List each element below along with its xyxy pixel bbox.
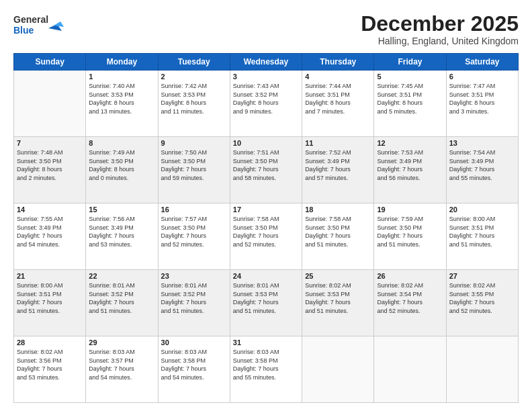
table-row: 29Sunrise: 8:03 AM Sunset: 3:57 PM Dayli… xyxy=(86,336,158,403)
table-row: 13Sunrise: 7:54 AM Sunset: 3:49 PM Dayli… xyxy=(446,137,518,203)
day-info: Sunrise: 7:48 AM Sunset: 3:50 PM Dayligh… xyxy=(17,148,83,182)
calendar-header-row: Sunday Monday Tuesday Wednesday Thursday… xyxy=(14,54,519,71)
day-number: 16 xyxy=(161,205,227,214)
table-row xyxy=(446,336,518,403)
table-row: 24Sunrise: 8:01 AM Sunset: 3:53 PM Dayli… xyxy=(230,270,302,336)
day-number: 1 xyxy=(89,73,154,81)
day-info: Sunrise: 7:47 AM Sunset: 3:51 PM Dayligh… xyxy=(449,82,515,116)
table-row: 15Sunrise: 7:56 AM Sunset: 3:49 PM Dayli… xyxy=(86,203,158,270)
table-row: 11Sunrise: 7:52 AM Sunset: 3:49 PM Dayli… xyxy=(302,137,374,203)
day-number: 8 xyxy=(89,139,154,147)
day-info: Sunrise: 7:50 AM Sunset: 3:50 PM Dayligh… xyxy=(161,148,227,182)
header: General Blue December 2025 Halling, Engl… xyxy=(13,12,519,46)
table-row: 23Sunrise: 8:01 AM Sunset: 3:52 PM Dayli… xyxy=(158,270,230,336)
day-info: Sunrise: 7:52 AM Sunset: 3:49 PM Dayligh… xyxy=(305,148,371,182)
day-info: Sunrise: 7:42 AM Sunset: 3:53 PM Dayligh… xyxy=(161,82,227,116)
table-row: 17Sunrise: 7:58 AM Sunset: 3:50 PM Dayli… xyxy=(230,203,302,270)
calendar-week-row: 28Sunrise: 8:02 AM Sunset: 3:56 PM Dayli… xyxy=(14,336,519,403)
table-row: 3Sunrise: 7:43 AM Sunset: 3:52 PM Daylig… xyxy=(230,71,302,137)
day-info: Sunrise: 7:54 AM Sunset: 3:49 PM Dayligh… xyxy=(449,148,515,182)
location: Halling, England, United Kingdom xyxy=(361,36,519,46)
day-number: 25 xyxy=(305,272,371,280)
table-row: 6Sunrise: 7:47 AM Sunset: 3:51 PM Daylig… xyxy=(446,71,518,137)
day-number: 3 xyxy=(233,73,299,81)
day-info: Sunrise: 7:55 AM Sunset: 3:49 PM Dayligh… xyxy=(17,215,83,248)
day-number: 4 xyxy=(305,73,371,81)
day-info: Sunrise: 7:59 AM Sunset: 3:50 PM Dayligh… xyxy=(377,215,443,248)
day-info: Sunrise: 7:45 AM Sunset: 3:51 PM Dayligh… xyxy=(377,82,443,116)
day-info: Sunrise: 8:02 AM Sunset: 3:56 PM Dayligh… xyxy=(17,348,83,381)
day-info: Sunrise: 7:51 AM Sunset: 3:50 PM Dayligh… xyxy=(233,148,299,182)
day-info: Sunrise: 8:01 AM Sunset: 3:53 PM Dayligh… xyxy=(233,281,299,315)
table-row: 28Sunrise: 8:02 AM Sunset: 3:56 PM Dayli… xyxy=(14,336,86,403)
day-info: Sunrise: 7:49 AM Sunset: 3:50 PM Dayligh… xyxy=(89,148,154,182)
day-number: 12 xyxy=(377,139,443,147)
day-number: 19 xyxy=(377,205,443,214)
day-info: Sunrise: 7:44 AM Sunset: 3:51 PM Dayligh… xyxy=(305,82,371,116)
day-info: Sunrise: 7:53 AM Sunset: 3:49 PM Dayligh… xyxy=(377,148,443,182)
calendar-week-row: 21Sunrise: 8:00 AM Sunset: 3:51 PM Dayli… xyxy=(14,270,519,336)
col-tuesday: Tuesday xyxy=(158,54,230,71)
day-number: 9 xyxy=(161,139,227,147)
col-wednesday: Wednesday xyxy=(230,54,302,71)
table-row: 2Sunrise: 7:42 AM Sunset: 3:53 PM Daylig… xyxy=(158,71,230,137)
table-row: 8Sunrise: 7:49 AM Sunset: 3:50 PM Daylig… xyxy=(86,137,158,203)
calendar-week-row: 7Sunrise: 7:48 AM Sunset: 3:50 PM Daylig… xyxy=(14,137,519,203)
day-info: Sunrise: 8:01 AM Sunset: 3:52 PM Dayligh… xyxy=(89,281,154,315)
day-number: 27 xyxy=(449,272,515,280)
logo: General Blue xyxy=(13,12,67,38)
calendar-table: Sunday Monday Tuesday Wednesday Thursday… xyxy=(13,53,519,403)
table-row: 25Sunrise: 8:02 AM Sunset: 3:53 PM Dayli… xyxy=(302,270,374,336)
calendar-week-row: 1Sunrise: 7:40 AM Sunset: 3:53 PM Daylig… xyxy=(14,71,519,137)
col-monday: Monday xyxy=(86,54,158,71)
day-info: Sunrise: 7:56 AM Sunset: 3:49 PM Dayligh… xyxy=(89,215,154,248)
day-number: 28 xyxy=(17,338,83,347)
day-info: Sunrise: 8:01 AM Sunset: 3:52 PM Dayligh… xyxy=(161,281,227,315)
table-row: 16Sunrise: 7:57 AM Sunset: 3:50 PM Dayli… xyxy=(158,203,230,270)
day-number: 2 xyxy=(161,73,227,81)
day-number: 30 xyxy=(161,338,227,347)
table-row: 21Sunrise: 8:00 AM Sunset: 3:51 PM Dayli… xyxy=(14,270,86,336)
day-number: 23 xyxy=(161,272,227,280)
table-row: 14Sunrise: 7:55 AM Sunset: 3:49 PM Dayli… xyxy=(14,203,86,270)
col-sunday: Sunday xyxy=(14,54,86,71)
day-number: 11 xyxy=(305,139,371,147)
svg-text:General: General xyxy=(13,14,48,25)
table-row: 31Sunrise: 8:03 AM Sunset: 3:58 PM Dayli… xyxy=(230,336,302,403)
day-info: Sunrise: 8:00 AM Sunset: 3:51 PM Dayligh… xyxy=(17,281,83,315)
table-row: 7Sunrise: 7:48 AM Sunset: 3:50 PM Daylig… xyxy=(14,137,86,203)
day-number: 7 xyxy=(17,139,83,147)
day-info: Sunrise: 8:02 AM Sunset: 3:54 PM Dayligh… xyxy=(377,281,443,315)
table-row: 1Sunrise: 7:40 AM Sunset: 3:53 PM Daylig… xyxy=(86,71,158,137)
page: General Blue December 2025 Halling, Engl… xyxy=(0,0,532,411)
day-info: Sunrise: 8:03 AM Sunset: 3:58 PM Dayligh… xyxy=(161,348,227,381)
day-info: Sunrise: 8:03 AM Sunset: 3:58 PM Dayligh… xyxy=(233,348,299,381)
day-number: 24 xyxy=(233,272,299,280)
day-info: Sunrise: 8:02 AM Sunset: 3:55 PM Dayligh… xyxy=(449,281,515,315)
table-row: 26Sunrise: 8:02 AM Sunset: 3:54 PM Dayli… xyxy=(374,270,446,336)
table-row: 4Sunrise: 7:44 AM Sunset: 3:51 PM Daylig… xyxy=(302,71,374,137)
col-thursday: Thursday xyxy=(302,54,374,71)
table-row: 27Sunrise: 8:02 AM Sunset: 3:55 PM Dayli… xyxy=(446,270,518,336)
day-info: Sunrise: 8:02 AM Sunset: 3:53 PM Dayligh… xyxy=(305,281,371,315)
day-number: 17 xyxy=(233,205,299,214)
table-row: 10Sunrise: 7:51 AM Sunset: 3:50 PM Dayli… xyxy=(230,137,302,203)
day-number: 14 xyxy=(17,205,83,214)
day-info: Sunrise: 7:58 AM Sunset: 3:50 PM Dayligh… xyxy=(233,215,299,248)
day-info: Sunrise: 8:03 AM Sunset: 3:57 PM Dayligh… xyxy=(89,348,154,381)
calendar-body: 1Sunrise: 7:40 AM Sunset: 3:53 PM Daylig… xyxy=(14,71,519,403)
table-row: 19Sunrise: 7:59 AM Sunset: 3:50 PM Dayli… xyxy=(374,203,446,270)
day-number: 21 xyxy=(17,272,83,280)
table-row xyxy=(14,71,86,137)
table-row: 22Sunrise: 8:01 AM Sunset: 3:52 PM Dayli… xyxy=(86,270,158,336)
day-number: 29 xyxy=(89,338,154,347)
table-row xyxy=(302,336,374,403)
day-number: 13 xyxy=(449,139,515,147)
title-area: December 2025 Halling, England, United K… xyxy=(361,12,519,46)
day-info: Sunrise: 7:40 AM Sunset: 3:53 PM Dayligh… xyxy=(89,82,154,116)
day-number: 5 xyxy=(377,73,443,81)
day-number: 20 xyxy=(449,205,515,214)
day-number: 18 xyxy=(305,205,371,214)
day-number: 6 xyxy=(449,73,515,81)
calendar-week-row: 14Sunrise: 7:55 AM Sunset: 3:49 PM Dayli… xyxy=(14,203,519,270)
